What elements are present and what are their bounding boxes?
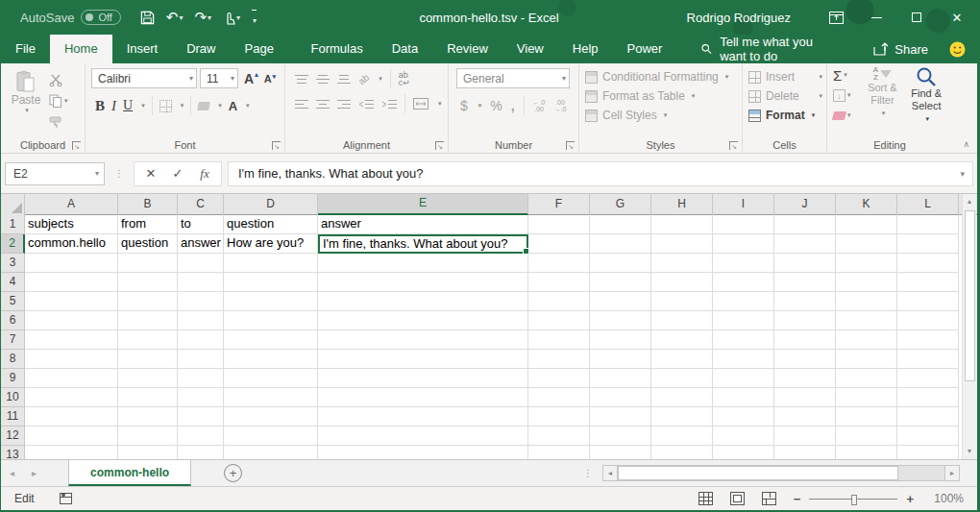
cell-styles-dropdown-icon[interactable]: ▾: [664, 111, 668, 119]
tell-me-box[interactable]: Tell me what you want to do: [701, 35, 839, 63]
tab-file[interactable]: File: [1, 35, 50, 63]
paste-dropdown-icon[interactable]: ▾: [25, 107, 29, 114]
increase-indent-button[interactable]: [381, 99, 397, 110]
scroll-up-icon[interactable]: ▴: [963, 194, 976, 209]
horizontal-scroll-track[interactable]: [618, 465, 944, 481]
format-cells-button[interactable]: Format ▾: [748, 106, 822, 125]
cell-C7[interactable]: [178, 330, 224, 350]
cell-D4[interactable]: [224, 273, 318, 292]
horizontal-scroll-thumb[interactable]: [618, 466, 898, 480]
cell-H9[interactable]: [651, 369, 713, 388]
cell-C6[interactable]: [178, 311, 224, 330]
tab-view[interactable]: View: [502, 35, 558, 63]
cell-K1[interactable]: [836, 215, 897, 234]
scroll-down-icon[interactable]: ▾: [963, 444, 976, 459]
cell-A1[interactable]: subjects: [25, 215, 118, 234]
cell-E9[interactable]: [318, 369, 528, 388]
cell-A11[interactable]: [25, 407, 118, 427]
row-header-2[interactable]: 2: [1, 234, 25, 254]
cell-D3[interactable]: [224, 254, 318, 273]
previous-sheet-button[interactable]: ◂: [1, 468, 23, 478]
zoom-slider[interactable]: [809, 499, 897, 500]
cell-D1[interactable]: question: [224, 215, 318, 234]
cell-G8[interactable]: [590, 350, 651, 369]
format-painter-button[interactable]: [49, 114, 68, 130]
tab-home[interactable]: Home: [50, 35, 112, 63]
clear-button[interactable]: ▾: [833, 108, 861, 123]
cell-A12[interactable]: [25, 427, 118, 446]
cell-K12[interactable]: [836, 427, 897, 446]
sheetbar-drag-handle[interactable]: ⋮: [583, 468, 593, 478]
autosave-pill[interactable]: Off: [81, 10, 120, 25]
cancel-button[interactable]: ✕: [138, 166, 163, 181]
styles-dialog-launcher[interactable]: ↘: [729, 141, 738, 150]
decrease-indent-button[interactable]: [358, 99, 374, 110]
cell-H6[interactable]: [651, 311, 713, 330]
cell-B8[interactable]: [118, 350, 178, 369]
cell-F11[interactable]: [528, 407, 590, 427]
cell-C1[interactable]: to: [178, 215, 224, 234]
cell-G11[interactable]: [590, 407, 651, 427]
cell-J13[interactable]: [774, 446, 836, 459]
vertical-scrollbar[interactable]: ▴ ▾: [962, 194, 976, 459]
column-header-D[interactable]: D: [224, 194, 318, 215]
cell-F4[interactable]: [528, 273, 590, 292]
cell-H12[interactable]: [651, 427, 713, 446]
cell-A9[interactable]: [25, 369, 118, 388]
name-box[interactable]: E2 ▾: [5, 162, 105, 185]
cell-I9[interactable]: [713, 369, 774, 388]
cell-I8[interactable]: [713, 350, 774, 369]
cell-D10[interactable]: [224, 388, 318, 407]
cell-K8[interactable]: [836, 350, 897, 369]
cell-K5[interactable]: [836, 292, 897, 311]
font-size-combo[interactable]: 11 ▾: [200, 68, 238, 88]
row-header-1[interactable]: 1: [1, 215, 25, 234]
column-header-J[interactable]: J: [774, 194, 836, 215]
merge-center-button[interactable]: [413, 98, 429, 110]
cell-F3[interactable]: [528, 254, 590, 273]
cell-L4[interactable]: [897, 273, 959, 292]
number-dialog-launcher[interactable]: ↘: [566, 141, 575, 150]
cell-E2[interactable]: I'm fine, thanks. What about you?: [318, 234, 528, 254]
font-size-dropdown-icon[interactable]: ▾: [231, 74, 234, 83]
accounting-format-button[interactable]: $: [460, 98, 468, 113]
conditional-formatting-button[interactable]: Conditional Formatting ▾: [585, 67, 738, 86]
row-header-10[interactable]: 10: [1, 388, 25, 407]
cell-B4[interactable]: [118, 273, 178, 292]
column-header-K[interactable]: K: [836, 194, 897, 215]
row-header-3[interactable]: 3: [1, 254, 25, 273]
orientation-dropdown-icon[interactable]: ▾: [379, 75, 382, 83]
cell-D12[interactable]: [224, 427, 318, 446]
cell-F13[interactable]: [528, 446, 590, 459]
cell-J7[interactable]: [774, 330, 836, 350]
zoom-out-button[interactable]: −: [794, 492, 801, 506]
cell-B5[interactable]: [118, 292, 178, 311]
cell-J8[interactable]: [774, 350, 836, 369]
redo-dropdown-icon[interactable]: ▾: [208, 13, 211, 22]
ribbon-display-options-button[interactable]: [816, 0, 856, 35]
cell-F1[interactable]: [528, 215, 590, 234]
cell-A5[interactable]: [25, 292, 118, 311]
middle-align-button[interactable]: [316, 74, 330, 85]
cell-D7[interactable]: [224, 330, 318, 350]
tab-review[interactable]: Review: [432, 35, 502, 63]
column-header-A[interactable]: A: [25, 194, 118, 215]
italic-button[interactable]: I: [111, 98, 116, 114]
cell-E3[interactable]: [318, 254, 528, 273]
cell-G3[interactable]: [590, 254, 651, 273]
cell-C5[interactable]: [178, 292, 224, 311]
clear-dropdown-icon[interactable]: ▾: [847, 111, 851, 119]
font-dialog-launcher[interactable]: ↘: [272, 141, 281, 150]
touch-mode-dropdown-icon[interactable]: ▾: [236, 13, 240, 22]
cell-H10[interactable]: [651, 388, 713, 407]
bottom-align-button[interactable]: [337, 74, 351, 85]
row-header-5[interactable]: 5: [1, 292, 25, 311]
font-color-button[interactable]: A: [229, 97, 237, 114]
zoom-in-button[interactable]: +: [906, 492, 914, 506]
cell-B10[interactable]: [118, 388, 178, 407]
fill-dropdown-icon[interactable]: ▾: [847, 91, 851, 99]
cell-F9[interactable]: [528, 369, 590, 388]
cell-H4[interactable]: [651, 273, 713, 292]
find-select-button[interactable]: Find & Select ▾: [904, 65, 948, 137]
cell-G1[interactable]: [590, 215, 651, 234]
